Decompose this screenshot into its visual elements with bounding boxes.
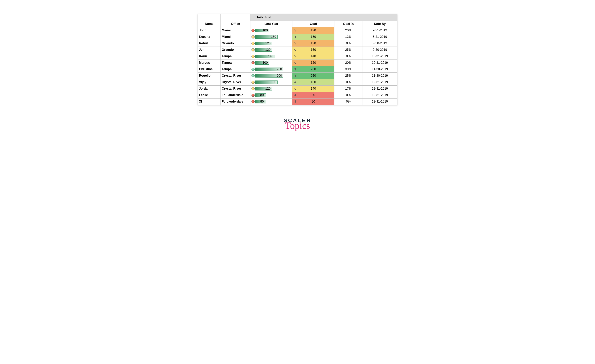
cell-goal-pct[interactable]: 25% [334, 73, 362, 79]
table-row: LeslieFt. Lauderdale80⬇800%12-31-2019 [198, 92, 397, 99]
cell-last-year[interactable]: 120 [250, 47, 292, 53]
cell-goal-pct[interactable]: 17% [334, 86, 362, 92]
cell-name[interactable]: Vijay [198, 79, 221, 86]
trend-arrow-icon: ➘ [294, 42, 297, 45]
bar-value-label: 140 [268, 54, 273, 58]
status-dot-icon [251, 81, 255, 84]
cell-last-year[interactable]: 140 [250, 53, 292, 60]
cell-last-year[interactable]: 100 [250, 60, 292, 66]
cell-goal[interactable]: ➔180 [292, 34, 334, 40]
cell-goal-pct[interactable]: 30% [334, 66, 362, 73]
hdr-units-sold: Units Sold [250, 14, 397, 21]
cell-last-year[interactable]: 100 [250, 27, 292, 34]
cell-last-year[interactable]: 200 [250, 73, 292, 79]
cell-name[interactable]: Leslie [198, 92, 221, 99]
cell-name[interactable]: Rogelio [198, 73, 221, 79]
cell-office[interactable]: Tampa [221, 60, 250, 66]
cell-last-year[interactable]: 80 [250, 92, 292, 99]
cell-office[interactable]: Miami [221, 27, 250, 34]
cell-last-year[interactable]: 160 [250, 34, 292, 40]
cell-goal[interactable]: ➘120 [292, 27, 334, 34]
cell-goal[interactable]: ⬆250 [292, 73, 334, 79]
cell-last-year[interactable]: 80 [250, 99, 292, 105]
scaler-topics-logo: SCALER Topics [166, 117, 429, 131]
cell-goal-pct[interactable]: 0% [334, 53, 362, 60]
cell-name[interactable]: Christina [198, 66, 221, 73]
cell-date-by[interactable]: 12-31-2019 [362, 99, 397, 105]
cell-name[interactable]: Jen [198, 47, 221, 53]
cell-goal[interactable]: ➘150 [292, 47, 334, 53]
cell-office[interactable]: Orlando [221, 47, 250, 53]
cell-last-year[interactable]: 200 [250, 66, 292, 73]
trend-arrow-icon: ⬆ [294, 74, 297, 77]
cell-name[interactable]: Karin [198, 53, 221, 60]
cell-name[interactable]: Jordan [198, 86, 221, 92]
bar-value-label: 120 [265, 42, 270, 45]
table-row: XiFt. Lauderdale80⬇800%12-31-2019 [198, 99, 397, 105]
cell-date-by[interactable]: 7-31-2019 [362, 27, 397, 34]
cell-date-by[interactable]: 9-30-2019 [362, 40, 397, 47]
cell-office[interactable]: Crystal River [221, 79, 250, 86]
hdr-last-year: Last Year [250, 21, 292, 27]
cell-office[interactable]: Crystal River [221, 86, 250, 92]
cell-office[interactable]: Tampa [221, 53, 250, 60]
cell-office[interactable]: Tampa [221, 66, 250, 73]
cell-name[interactable]: Marcus [198, 60, 221, 66]
cell-date-by[interactable]: 12-31-2019 [362, 79, 397, 86]
trend-arrow-icon: ➔ [294, 81, 297, 84]
table-row: JordanCrystal River120➘14017%12-31-2019 [198, 86, 397, 92]
goal-value-label: 120 [311, 29, 316, 32]
goal-value-label: 160 [311, 80, 316, 84]
cell-name[interactable]: Rahul [198, 40, 221, 47]
cell-goal-pct[interactable]: 20% [334, 60, 362, 66]
cell-date-by[interactable]: 11-30-2019 [362, 73, 397, 79]
cell-office[interactable]: Ft. Lauderdale [221, 99, 250, 105]
cell-date-by[interactable]: 11-30-2019 [362, 66, 397, 73]
cell-date-by[interactable]: 10-31-2019 [362, 60, 397, 66]
cell-date-by[interactable]: 12-31-2019 [362, 92, 397, 99]
cell-goal-pct[interactable]: 0% [334, 99, 362, 105]
cell-last-year[interactable]: 120 [250, 86, 292, 92]
bar-value-label: 200 [277, 67, 282, 71]
hdr-goal-pct: Goal % [334, 21, 362, 27]
cell-name[interactable]: Xi [198, 99, 221, 105]
cell-office[interactable]: Miami [221, 34, 250, 40]
cell-goal[interactable]: ➘140 [292, 86, 334, 92]
hdr-goal: Goal [292, 21, 334, 27]
cell-goal[interactable]: ⬆260 [292, 66, 334, 73]
cell-goal[interactable]: ⬇80 [292, 99, 334, 105]
cell-office[interactable]: Orlando [221, 40, 250, 47]
cell-name[interactable]: Keesha [198, 34, 221, 40]
cell-office[interactable]: Crystal River [221, 73, 250, 79]
cell-goal[interactable]: ➘120 [292, 40, 334, 47]
cell-date-by[interactable]: 12-31-2019 [362, 86, 397, 92]
bar-value-label: 120 [265, 48, 270, 52]
cell-date-by[interactable]: 8-31-2019 [362, 34, 397, 40]
cell-goal-pct[interactable]: 25% [334, 47, 362, 53]
cell-last-year[interactable]: 160 [250, 79, 292, 86]
bar-value-label: 120 [265, 87, 270, 91]
table-row: ChristinaTampa200⬆26030%11-30-2019 [198, 66, 397, 73]
cell-goal[interactable]: ➔160 [292, 79, 334, 86]
cell-goal-pct[interactable]: 0% [334, 79, 362, 86]
cell-goal[interactable]: ➘120 [292, 60, 334, 66]
trend-arrow-icon: ➔ [294, 35, 297, 38]
goal-value-label: 80 [312, 100, 315, 104]
cell-last-year[interactable]: 120 [250, 40, 292, 47]
table-row: MarcusTampa100➘12020%10-31-2019 [198, 60, 397, 66]
bar-value-label: 80 [260, 93, 264, 97]
goal-value-label: 260 [311, 67, 316, 71]
goal-value-label: 250 [311, 74, 316, 78]
cell-name[interactable]: John [198, 27, 221, 34]
cell-date-by[interactable]: 10-31-2019 [362, 53, 397, 60]
hdr-blank-1 [198, 14, 221, 21]
cell-office[interactable]: Ft. Lauderdale [221, 92, 250, 99]
cell-goal[interactable]: ⬇80 [292, 92, 334, 99]
cell-date-by[interactable]: 9-30-2019 [362, 47, 397, 53]
cell-goal-pct[interactable]: 20% [334, 27, 362, 34]
cell-goal-pct[interactable]: 0% [334, 92, 362, 99]
cell-goal[interactable]: ➘140 [292, 53, 334, 60]
goal-value-label: 140 [311, 54, 316, 58]
cell-goal-pct[interactable]: 0% [334, 40, 362, 47]
cell-goal-pct[interactable]: 13% [334, 34, 362, 40]
